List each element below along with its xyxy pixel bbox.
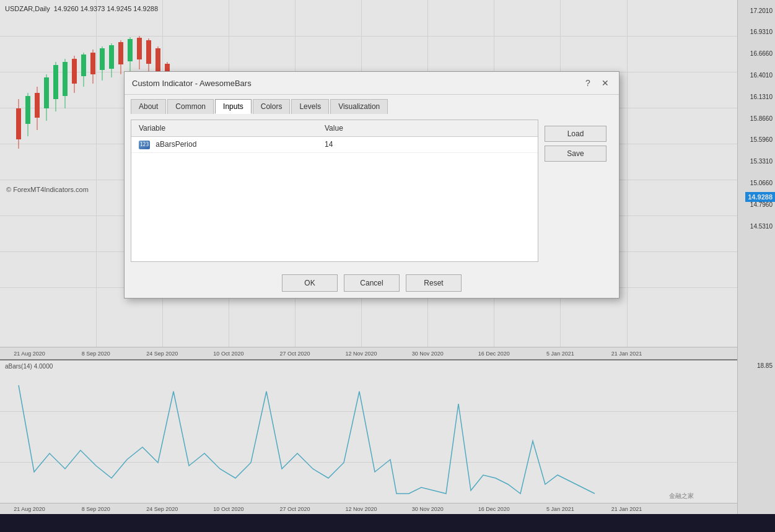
variable-icon: 123 [139,141,150,149]
dialog-controls: ? ✕ [582,77,611,89]
help-button[interactable]: ? [582,77,594,89]
col-value-header: Value [317,120,538,137]
dialog-titlebar: Custom Indicator - AwesomeBars ? ✕ [125,72,619,95]
cancel-button[interactable]: Cancel [344,274,400,292]
dialog: Custom Indicator - AwesomeBars ? ✕ About… [124,71,620,299]
col-variable-header: Variable [131,120,317,137]
variable-table: Variable Value 123 aBarsPeriod 14 [131,120,538,153]
table-row[interactable]: 123 aBarsPeriod 14 [131,137,538,153]
variable-name: aBarsPeriod [155,140,196,149]
load-button[interactable]: Load [545,126,606,142]
ok-button[interactable]: OK [282,274,338,292]
reset-button[interactable]: Reset [406,274,462,292]
dialog-title: Custom Indicator - AwesomeBars [132,79,252,88]
dialog-footer: OK Cancel Reset [125,268,619,298]
variable-cell: 123 aBarsPeriod [131,137,317,153]
value-cell[interactable]: 14 [317,137,538,153]
tab-common[interactable]: Common [167,99,214,114]
side-buttons: Load Save [538,120,613,262]
inputs-panel: Variable Value 123 aBarsPeriod 14 [131,120,538,262]
close-button[interactable]: ✕ [599,77,611,89]
tab-about[interactable]: About [131,99,166,114]
tab-visualization[interactable]: Visualization [330,99,388,114]
tabs-bar: About Common Inputs Colors Levels Visual… [125,95,619,113]
tab-inputs[interactable]: Inputs [215,99,252,114]
save-button[interactable]: Save [545,146,606,162]
tab-levels[interactable]: Levels [291,99,329,114]
tab-colors[interactable]: Colors [253,99,291,114]
